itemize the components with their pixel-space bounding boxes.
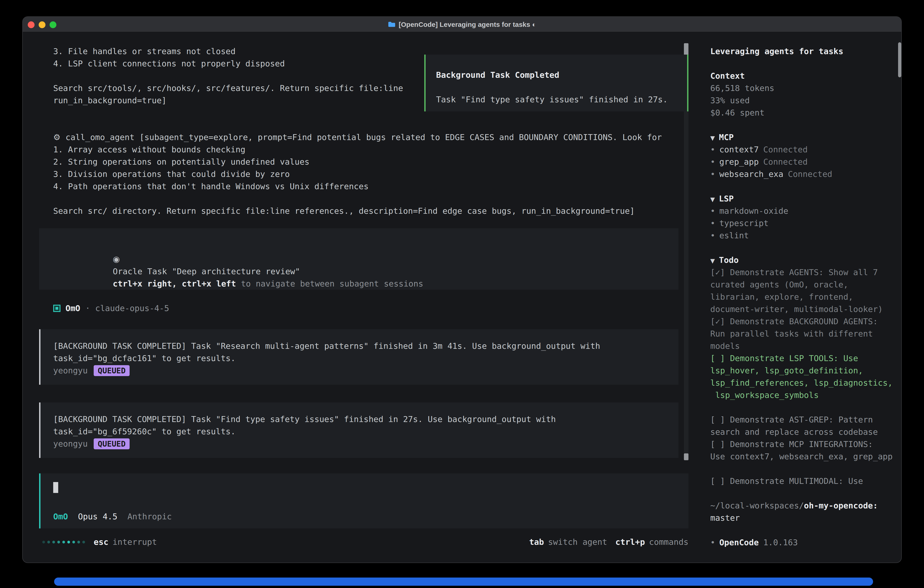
status-bar: esc interrupt tab switch agent ctrl+p co… [23,536,701,548]
todo-item-pending: [ ] Demonstrate MULTIMODAL: Use [710,475,902,487]
bullet-icon: • [710,145,715,154]
input-provider: Anthropic [127,510,172,522]
tab-hint: tab switch agent [529,536,607,548]
agent-header: OmO · claude-opus-4-5 [53,302,169,314]
bullet-icon: • [710,206,715,216]
minimize-window-button[interactable] [39,21,46,28]
mcp-section-heading[interactable]: ▼MCP [710,131,902,143]
workspace-repo: oh-my-opencode: [804,501,878,510]
scrollbar-thumb[interactable] [684,453,688,460]
bullet-icon: • [710,169,715,179]
tab-label: switch agent [548,536,607,548]
mcp-item: •context7Connected [710,143,902,155]
folder-icon [388,21,396,27]
input-model-name: Opus 4.5 [78,510,117,522]
mcp-name: grep_app [719,157,759,167]
todo-line: Run parallel tasks with different [710,327,902,340]
separator-dot: · [85,302,90,314]
lsp-name: typescript [719,218,769,228]
gear-icon: ⚙ [53,131,61,143]
tool-call-text: call_omo_agent [subagent_type=explore, p… [66,131,662,143]
oracle-title-line: ◉ Oracle Task "Deep architecture review" [54,241,678,253]
sidebar: Leveraging agents for tasks Context 66,5… [701,32,902,563]
mcp-heading-label: MCP [719,132,734,142]
chevron-down-icon: ▼ [710,196,715,203]
spinner-dots [42,540,87,543]
lsp-item: •typescript [710,217,902,229]
model-info-row: OmO Opus 4.5 Anthropic [53,510,688,522]
todo-line: Use context7, websearch_exa, grep_app [710,450,902,462]
todo-section-heading[interactable]: ▼Todo [710,254,902,266]
status-badge: QUEUED [94,365,130,376]
todo-heading-label: Todo [719,255,739,265]
todo-item-pending: [ ] Demonstrate MCP INTEGRATIONS: Use co… [710,438,902,462]
todo-line: [ ] Demonstrate LSP TOOLS: Use [710,352,902,364]
esc-label: interrupt [112,536,157,548]
terminal-window: [OpenCode] Leveraging agents for tasks ◐… [22,17,902,563]
context-spent: $0.46 spent [710,106,902,119]
mcp-status: Connected [788,169,832,179]
message-line: task_id="bg_dcfac161" to get results. [53,352,678,364]
bullet-icon: • [710,231,715,240]
todo-line: [ ] Demonstrate AST-GREP: Pattern [710,413,902,426]
chevron-down-icon: ▼ [710,258,715,264]
context-used: 33% used [710,94,902,106]
toast-notification: Background Task Completed Task "Find typ… [424,55,688,111]
oracle-hint-keys: ctrl+x right, ctrl+x left [113,279,236,288]
message-block: [BACKGROUND TASK COMPLETED] Task "Find t… [39,403,678,458]
conversation-pane: 3. File handles or streams not closed 4.… [23,32,701,563]
traffic-lights [28,17,56,32]
terminal-line: Search src/ directory. Return specific f… [53,205,683,217]
app-version-line: •OpenCode1.0.163 [710,536,902,548]
message-author: yeongyu [53,364,88,377]
tab-key: tab [529,536,544,548]
terminal-line: 1. Array access without bounds checking [53,143,683,155]
record-dot-icon: ◉ [113,254,120,264]
toast-title: Background Task Completed [436,69,687,81]
bullet-icon: • [710,537,715,547]
workspace-branch: master [710,512,902,524]
agent-model: claude-opus-4-5 [95,302,169,314]
prompt-input[interactable]: OmO Opus 4.5 Anthropic [39,473,688,529]
close-window-button[interactable] [28,21,35,28]
input-agent-name: OmO [53,510,68,522]
ctrlp-label: commands [649,536,688,548]
toast-body: Task "Find type safety issues" finished … [436,93,687,106]
todo-line: librarian, explore, frontend, [710,291,902,303]
workspace-path: ~/local-workspaces/ [710,501,804,510]
context-heading: Context [710,69,902,82]
todo-item-done: [✓] Demonstrate BACKGROUND AGENTS: Run p… [710,315,902,352]
commands-hint: ctrl+p commands [615,536,688,548]
zoom-window-button[interactable] [50,21,56,28]
todo-line: [✓] Demonstrate BACKGROUND AGENTS: [710,315,902,327]
lsp-item: •markdown-oxide [710,205,902,217]
todo-line: curated agents (OmO, oracle, [710,278,902,291]
sidebar-scrollbar[interactable] [898,42,901,77]
esc-hint: esc interrupt [94,536,157,548]
titlebar: [OpenCode] Leveraging agents for tasks ◐ [23,17,901,32]
background-blue-strip [54,578,873,586]
todo-line: models [710,340,902,352]
status-badge: QUEUED [94,438,130,449]
sidebar-title: Leveraging agents for tasks [710,45,902,57]
todo-line: [ ] Demonstrate MCP INTEGRATIONS: [710,438,902,450]
esc-key: esc [94,536,109,548]
tool-call-line: ⚙ call_omo_agent [subagent_type=explore,… [53,131,683,143]
context-tokens: 66,518 tokens [710,82,902,94]
todo-line: lsp_find_references, lsp_diagnostics, [710,377,902,389]
message-line: [BACKGROUND TASK COMPLETED] Task "Resear… [53,340,678,352]
todo-line: search and replace across codebase [710,426,902,438]
todo-line: lsp_workspace_symbols [710,389,902,401]
lsp-section-heading[interactable]: ▼LSP [710,192,902,205]
mcp-item: •grep_appConnected [710,155,902,168]
message-block: [BACKGROUND TASK COMPLETED] Task "Resear… [39,329,678,385]
chevron-down-icon: ▼ [710,135,715,141]
todo-line: [ ] Demonstrate MULTIMODAL: Use [710,475,902,487]
window-title-text: [OpenCode] Leveraging agents for tasks ◐ [399,18,536,30]
agent-name: OmO [66,302,80,314]
todo-line: document-writer, multimodal-looker) [710,303,902,315]
agent-square-icon [53,304,61,312]
lsp-name: eslint [719,231,749,240]
window-title: [OpenCode] Leveraging agents for tasks ◐ [23,18,901,30]
oracle-hint-text: to navigate between subagent sessions [236,279,423,288]
